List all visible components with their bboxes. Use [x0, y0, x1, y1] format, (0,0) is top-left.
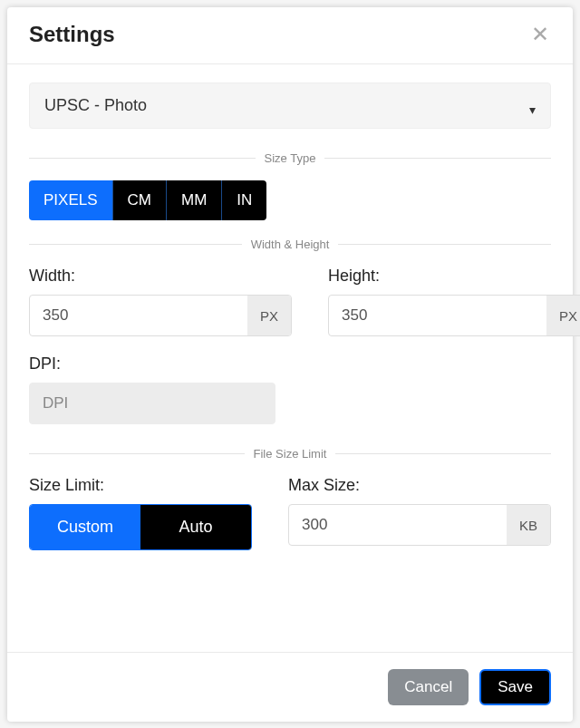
height-col: Height: PX: [328, 267, 580, 336]
size-type-pixels[interactable]: PIXELS: [29, 180, 112, 220]
save-button[interactable]: Save: [479, 669, 551, 705]
fieldset-legend-size-type: Size Type: [256, 151, 325, 165]
size-limit-col: Size Limit: Custom Auto: [29, 476, 252, 550]
dpi-input-group: [29, 383, 276, 424]
height-label: Height:: [328, 267, 580, 286]
size-type-in[interactable]: IN: [221, 180, 266, 220]
width-input-group: PX: [29, 295, 292, 336]
close-button[interactable]: ✕: [529, 24, 551, 45]
modal-footer: Cancel Save: [7, 652, 573, 722]
modal-body: UPSC - Photo ▾ Size Type PIXELS CM MM IN…: [7, 64, 573, 652]
size-limit-auto[interactable]: Auto: [140, 505, 251, 549]
size-type-mm[interactable]: MM: [166, 180, 221, 220]
cancel-button[interactable]: Cancel: [388, 669, 469, 705]
width-unit: PX: [247, 296, 291, 335]
modal-title: Settings: [29, 22, 115, 47]
max-size-col: Max Size: KB: [288, 476, 551, 550]
size-limit-toggle: Custom Auto: [29, 504, 252, 550]
max-size-input[interactable]: [289, 505, 507, 545]
size-type-cm[interactable]: CM: [112, 180, 166, 220]
max-size-label: Max Size:: [288, 476, 551, 495]
modal-header: Settings ✕: [7, 7, 573, 64]
preset-dropdown[interactable]: UPSC - Photo ▾: [29, 83, 551, 129]
dpi-input: [30, 383, 275, 423]
height-unit: PX: [546, 296, 580, 335]
size-limit-label: Size Limit:: [29, 476, 252, 495]
max-size-unit: KB: [507, 505, 550, 545]
max-size-input-group: KB: [288, 504, 551, 546]
size-limit-custom[interactable]: Custom: [30, 505, 140, 549]
settings-modal: Settings ✕ UPSC - Photo ▾ Size Type PIXE…: [7, 7, 573, 722]
dimensions-fieldset: Width & Height Width: PX Height: PX: [29, 244, 551, 424]
dpi-label: DPI:: [29, 354, 551, 374]
fieldset-legend-dimensions: Width & Height: [242, 238, 339, 251]
fieldset-legend-file-size: File Size Limit: [245, 447, 336, 461]
file-size-fieldset: File Size Limit Size Limit: Custom Auto …: [29, 453, 551, 550]
width-label: Width:: [29, 267, 292, 286]
height-input[interactable]: [329, 296, 546, 335]
preset-selected: UPSC - Photo: [44, 96, 147, 115]
width-col: Width: PX: [29, 267, 292, 336]
width-input[interactable]: [30, 296, 247, 335]
caret-down-icon: ▾: [529, 102, 536, 117]
height-input-group: PX: [328, 295, 580, 336]
size-type-toggle: PIXELS CM MM IN: [29, 180, 266, 220]
size-type-fieldset: Size Type PIXELS CM MM IN: [29, 158, 551, 220]
